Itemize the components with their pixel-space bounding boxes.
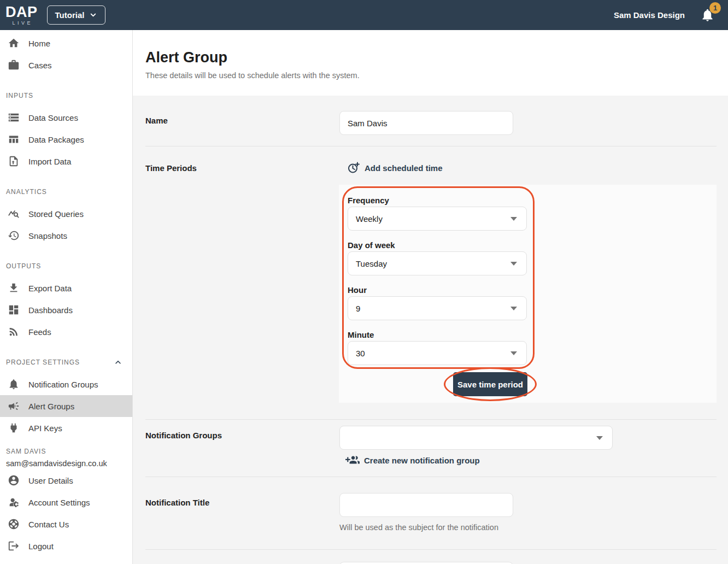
name-input[interactable] bbox=[339, 111, 513, 135]
sidebar-item-label: Data Packages bbox=[28, 135, 84, 144]
frequency-label: Frequency bbox=[348, 196, 389, 205]
next-field-input-partial[interactable] bbox=[339, 562, 513, 564]
sidebar-item-contact-us[interactable]: Contact Us bbox=[0, 513, 132, 535]
hour-select[interactable]: 9 bbox=[348, 296, 527, 320]
sidebar-item-label: Logout bbox=[28, 542, 54, 551]
save-time-period-button[interactable]: Save time period bbox=[453, 372, 527, 396]
briefcase-icon bbox=[7, 58, 20, 72]
hour-label: Hour bbox=[348, 285, 367, 295]
sidebar-item-feeds[interactable]: Feeds bbox=[0, 321, 132, 343]
notification-title-input[interactable] bbox=[339, 493, 513, 517]
sidebar-item-label: Feeds bbox=[28, 327, 51, 337]
sidebar-item-label: Stored Queries bbox=[28, 209, 84, 219]
day-of-week-select[interactable]: Tuesday bbox=[348, 251, 527, 275]
create-notification-group-link[interactable]: Create new notification group bbox=[345, 453, 480, 467]
notification-title-label: Notification Title bbox=[145, 498, 209, 508]
account-block-name: SAM DAVIS bbox=[6, 445, 132, 457]
sidebar-item-notification-groups[interactable]: Notification Groups bbox=[0, 373, 132, 395]
megaphone-icon bbox=[7, 400, 20, 413]
project-selector-button[interactable]: Tutorial bbox=[47, 5, 106, 25]
sidebar-item-label: API Keys bbox=[28, 424, 62, 433]
sidebar-item-label: Snapshots bbox=[28, 231, 67, 240]
sidebar-item-label: Notification Groups bbox=[28, 380, 98, 389]
chevron-up-icon[interactable] bbox=[113, 357, 124, 368]
manage-accounts-icon bbox=[7, 496, 20, 509]
sidebar-item-label: Contact Us bbox=[28, 520, 69, 529]
account-block-email: sam@samdavisdesign.co.uk bbox=[6, 457, 132, 469]
sidebar-section-outputs: OUTPUTS bbox=[0, 255, 132, 277]
row-divider bbox=[145, 477, 717, 477]
day-of-week-value: Tuesday bbox=[356, 259, 387, 268]
minute-value: 30 bbox=[356, 349, 365, 358]
sidebar-item-data-sources[interactable]: Data Sources bbox=[0, 107, 132, 128]
notification-title-helper: Will be used as the subject for the noti… bbox=[339, 523, 498, 532]
sidebar-item-export-data[interactable]: Export Data bbox=[0, 277, 132, 299]
home-icon bbox=[7, 37, 20, 50]
plug-icon bbox=[7, 421, 20, 434]
frequency-value: Weekly bbox=[356, 214, 383, 224]
sidebar-item-home[interactable]: Home bbox=[0, 32, 132, 54]
name-label: Name bbox=[145, 116, 168, 126]
add-scheduled-time-label: Add scheduled time bbox=[365, 163, 443, 173]
sidebar-item-label: Dashboards bbox=[28, 306, 73, 315]
logout-icon bbox=[7, 539, 20, 553]
hour-value: 9 bbox=[356, 304, 360, 313]
sidebar-item-account-settings[interactable]: Account Settings bbox=[0, 491, 132, 513]
sidebar-item-label: Export Data bbox=[28, 284, 72, 293]
frequency-select[interactable]: Weekly bbox=[348, 207, 527, 231]
create-notification-group-label: Create new notification group bbox=[364, 456, 480, 465]
topbar: DAP LIVE Tutorial Sam Davis Design 1 bbox=[0, 0, 728, 30]
sidebar-item-logout[interactable]: Logout bbox=[0, 535, 132, 557]
sidebar-item-label: Account Settings bbox=[28, 498, 90, 507]
sidebar-section-analytics: ANALYTICS bbox=[0, 181, 132, 203]
main-content: Alert Group These details will be used t… bbox=[133, 30, 728, 564]
sidebar-item-dashboards[interactable]: Dashboards bbox=[0, 299, 132, 321]
add-scheduled-time-link[interactable]: Add scheduled time bbox=[347, 161, 443, 174]
chevron-down-icon bbox=[89, 11, 97, 19]
row-divider bbox=[145, 549, 717, 550]
day-of-week-label: Day of week bbox=[348, 240, 395, 250]
sidebar-item-label: User Details bbox=[28, 476, 73, 485]
sidebar-item-api-keys[interactable]: API Keys bbox=[0, 417, 132, 439]
group-add-icon bbox=[345, 453, 360, 467]
alert-group-form: Name Time Periods Add scheduled time Fre… bbox=[133, 96, 728, 564]
sidebar-item-user-details[interactable]: User Details bbox=[0, 469, 132, 491]
sidebar-item-label: Data Sources bbox=[28, 113, 78, 122]
query-stats-icon bbox=[7, 207, 20, 220]
sidebar-item-data-packages[interactable]: Data Packages bbox=[0, 128, 132, 150]
minute-select[interactable]: 30 bbox=[348, 341, 527, 365]
dropdown-caret-icon bbox=[510, 262, 517, 266]
sidebar-item-stored-queries[interactable]: Stored Queries bbox=[0, 203, 132, 225]
dropdown-caret-icon bbox=[510, 307, 517, 310]
sidebar-item-label: Home bbox=[28, 39, 50, 48]
sidebar-item-import-data[interactable]: Import Data bbox=[0, 150, 132, 172]
sidebar-item-alert-groups[interactable]: Alert Groups bbox=[0, 395, 132, 417]
logo-text-dap: DAP bbox=[5, 5, 38, 20]
page-subtitle: These details will be used to schedule a… bbox=[145, 71, 728, 80]
data-packages-icon bbox=[7, 133, 20, 146]
dropdown-caret-icon bbox=[510, 351, 517, 355]
minute-label: Minute bbox=[348, 330, 374, 340]
sidebar-item-snapshots[interactable]: Snapshots bbox=[0, 225, 132, 246]
dap-live-logo[interactable]: DAP LIVE bbox=[5, 5, 38, 26]
sidebar-account-block: SAM DAVIS sam@samdavisdesign.co.uk bbox=[0, 445, 132, 469]
account-circle-icon bbox=[7, 474, 20, 487]
upload-file-icon bbox=[7, 155, 20, 168]
page-header: Alert Group These details will be used t… bbox=[133, 30, 728, 96]
dropdown-caret-icon bbox=[510, 217, 517, 221]
storage-icon bbox=[7, 111, 20, 124]
rss-icon bbox=[7, 325, 20, 338]
notification-groups-select[interactable] bbox=[339, 426, 613, 450]
support-icon bbox=[7, 518, 20, 531]
project-selector-label: Tutorial bbox=[55, 10, 85, 20]
app-window: DAP LIVE Tutorial Sam Davis Design 1 Hom… bbox=[0, 0, 728, 564]
sidebar-item-cases[interactable]: Cases bbox=[0, 54, 132, 76]
page-title: Alert Group bbox=[145, 49, 728, 66]
dashboard-icon bbox=[7, 303, 20, 316]
account-name[interactable]: Sam Davis Design bbox=[614, 10, 685, 20]
notifications-button[interactable]: 1 bbox=[700, 8, 715, 22]
dropdown-caret-icon bbox=[596, 436, 603, 440]
download-icon bbox=[7, 281, 20, 295]
clock-plus-icon bbox=[347, 161, 360, 174]
sidebar-item-label: Cases bbox=[28, 61, 52, 70]
